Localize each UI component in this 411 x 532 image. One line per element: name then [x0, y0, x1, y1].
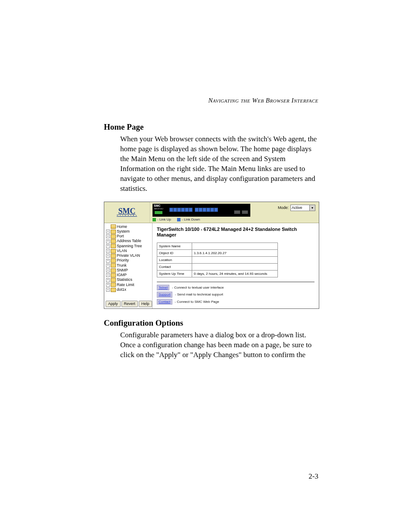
folder-icon — [111, 278, 116, 282]
expand-icon[interactable]: + — [106, 273, 110, 277]
legend-swatch-green-icon — [153, 218, 156, 221]
field-label-location: Location — [157, 257, 192, 264]
system-info-table: System Name Object ID 1.3.6.1.4.1.202.20… — [157, 243, 278, 277]
tree-item-priority[interactable]: +Priority — [106, 258, 151, 263]
table-row: Contact — [157, 264, 278, 271]
brand-logo: SMC N e t w o r k s — [104, 202, 150, 223]
contact-input[interactable] — [192, 264, 278, 271]
section-config-options-body: Configurable parameters have a dialog bo… — [120, 330, 318, 360]
port-icon[interactable] — [202, 208, 206, 212]
telnet-desc: - Connect to textual user interface — [172, 286, 224, 289]
tree-item-private-vlan[interactable]: +Private VLAN — [106, 253, 151, 258]
divider — [157, 282, 314, 282]
fiber-ports — [234, 210, 248, 214]
expand-icon[interactable]: + — [106, 278, 110, 282]
tree-item-label: Priority — [117, 258, 129, 263]
tree-item-trunk[interactable]: +Trunk — [106, 263, 151, 268]
support-link[interactable]: Support — [157, 292, 172, 297]
expand-icon[interactable]: + — [106, 288, 110, 292]
tree-item-rate-limit[interactable]: +Rate Limit — [106, 283, 151, 287]
expand-icon[interactable]: + — [106, 268, 110, 272]
legend-link-up: - Link Up — [157, 218, 171, 221]
embedded-app-frame: SMC N e t w o r k s SMC SMC6724L2 — [104, 202, 319, 309]
tree-item-port[interactable]: +Port — [106, 234, 151, 239]
contact-link[interactable]: Contact — [157, 299, 172, 305]
running-header: Navigating the Web Browser Interface — [104, 97, 318, 104]
field-label-system-name: System Name — [157, 243, 192, 250]
port-icon[interactable] — [169, 208, 173, 212]
field-label-contact: Contact — [157, 264, 192, 271]
telnet-link[interactable]: Telnet — [157, 285, 169, 290]
expand-icon[interactable]: + — [106, 259, 110, 263]
uptime-value: 0 days, 2 hours, 24 minutes, and 14.93 s… — [192, 271, 278, 277]
folder-icon — [111, 273, 116, 277]
tree-item-label: SNMP — [117, 268, 128, 273]
object-id-value: 1.3.6.1.4.1.202.20.27 — [192, 250, 278, 257]
port-icon[interactable] — [214, 208, 218, 212]
folder-icon — [111, 249, 116, 253]
tree-item-vlan[interactable]: +VLAN — [106, 249, 151, 253]
apply-button[interactable]: Apply — [106, 301, 121, 307]
mode-select[interactable]: Active ▼ — [290, 205, 315, 211]
table-row: System Name — [157, 243, 278, 250]
location-input[interactable] — [192, 257, 278, 264]
port-icon[interactable] — [195, 208, 199, 212]
app-banner: SMC N e t w o r k s SMC SMC6724L2 — [104, 202, 319, 223]
tree-item-label: Spanning Tree — [117, 244, 142, 249]
mode-control: Mode: Active ▼ — [278, 205, 315, 211]
port-strip — [169, 208, 220, 212]
table-row: Object ID 1.3.6.1.4.1.202.20.27 — [157, 250, 278, 257]
tree-item-label: System — [117, 229, 130, 234]
expand-icon[interactable]: + — [106, 249, 110, 253]
tree-item-statistics[interactable]: +Statistics — [106, 277, 151, 282]
expand-icon[interactable]: + — [106, 240, 110, 243]
banner-main: SMC SMC6724L2 — [150, 202, 319, 223]
mode-select-value: Active — [292, 205, 302, 210]
switch-front-panel: SMC SMC6724L2 — [153, 204, 250, 217]
status-led-icon — [155, 211, 162, 214]
expand-icon[interactable]: + — [106, 244, 110, 248]
tree-item-label: Trunk — [117, 263, 127, 268]
port-icon[interactable] — [177, 208, 181, 212]
fiber-port-icon[interactable] — [234, 210, 240, 214]
tree-item-home[interactable]: Home — [106, 224, 151, 229]
fiber-port-icon[interactable] — [242, 210, 248, 214]
expand-icon[interactable]: + — [106, 264, 110, 268]
tree-item-address-table[interactable]: +Address Table — [106, 239, 151, 243]
folder-icon — [111, 258, 116, 263]
port-icon[interactable] — [185, 208, 189, 212]
port-icon[interactable] — [210, 208, 214, 212]
port-icon[interactable] — [181, 208, 185, 212]
support-desc: - Send mail to technical support — [175, 292, 223, 296]
tree-item-label: dot1x — [117, 287, 126, 292]
port-icon[interactable] — [189, 208, 193, 212]
tree-item-spanning-tree[interactable]: +Spanning Tree — [106, 244, 151, 249]
folder-icon — [111, 263, 116, 268]
port-icon[interactable] — [199, 208, 202, 212]
link-row-telnet: Telnet - Connect to textual user interfa… — [157, 285, 314, 290]
tree-item-igmp[interactable]: +IGMP — [106, 273, 151, 277]
main-menu-tree: Home+System+Port+Address Table+Spanning … — [104, 223, 153, 308]
tree-item-label: Home — [117, 224, 127, 229]
sidebar-button-row: Apply Revert Help — [106, 301, 152, 307]
folder-icon — [111, 230, 116, 234]
revert-button[interactable]: Revert — [121, 301, 138, 307]
tree-item-dot1x[interactable]: +dot1x — [106, 287, 151, 292]
section-home-page-body: When your Web browser connects with the … — [120, 134, 318, 194]
system-name-input[interactable] — [192, 243, 278, 250]
tree-item-label: Private VLAN — [117, 253, 140, 258]
tree-item-label: Address Table — [117, 239, 141, 243]
help-button[interactable]: Help — [139, 301, 152, 307]
expand-icon[interactable]: + — [106, 230, 110, 233]
folder-icon — [111, 254, 116, 258]
section-config-options-title: Configuration Options — [104, 318, 318, 328]
port-icon[interactable] — [173, 208, 177, 212]
expand-icon[interactable]: + — [106, 254, 110, 258]
expand-icon[interactable]: + — [106, 234, 110, 238]
legend-swatch-blue-icon — [177, 218, 181, 221]
tree-item-label: IGMP — [117, 273, 127, 277]
port-icon[interactable] — [206, 208, 210, 212]
tree-item-system[interactable]: +System — [106, 229, 151, 234]
tree-item-snmp[interactable]: +SNMP — [106, 268, 151, 273]
expand-icon[interactable]: + — [106, 283, 110, 287]
